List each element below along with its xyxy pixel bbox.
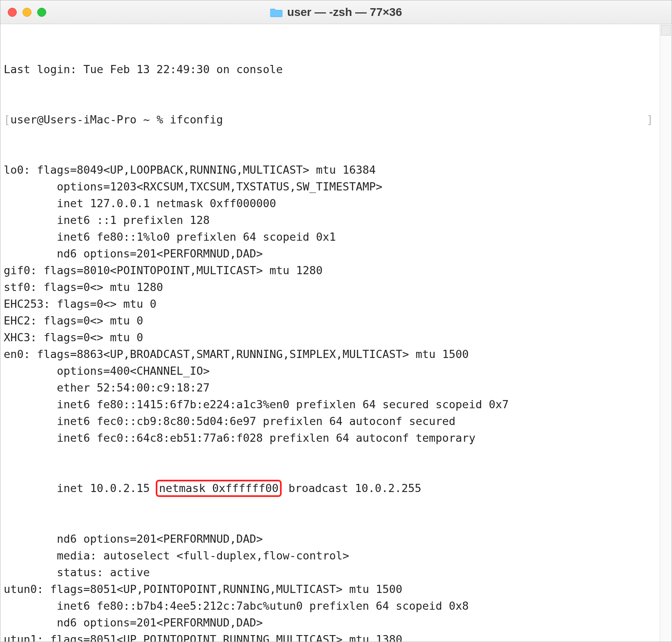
output-line: EHC2: flags=0<> mtu 0 <box>4 312 656 329</box>
output-line: gif0: flags=8010<POINTOPOINT,MULTICAST> … <box>4 262 656 279</box>
close-icon[interactable] <box>8 8 17 17</box>
output-line: nd6 options=201<PERFORMNUD,DAD> <box>4 245 656 262</box>
terminal-output[interactable]: Last login: Tue Feb 13 22:49:30 on conso… <box>0 24 660 642</box>
output-line: stf0: flags=0<> mtu 1280 <box>4 279 656 295</box>
output-line: utun0: flags=8051<UP,POINTOPOINT,RUNNING… <box>4 581 656 597</box>
output-line: utun1: flags=8051<UP,POINTOPOINT,RUNNING… <box>4 631 656 642</box>
netmask-highlight: netmask 0xffffff00 <box>156 480 282 497</box>
output-line: inet6 fe80::1415:6f7b:e224:a1c3%en0 pref… <box>4 396 656 413</box>
en0-inet-suffix: broadcast 10.0.2.255 <box>282 482 421 494</box>
output-line: ether 52:54:00:c9:18:27 <box>4 379 656 396</box>
folder-icon <box>270 7 282 17</box>
titlebar[interactable]: user — -zsh — 77×36 <box>0 0 672 24</box>
zoom-icon[interactable] <box>37 8 46 17</box>
terminal-window: user — -zsh — 77×36 Last login: Tue Feb … <box>0 0 672 642</box>
output-line: en0: flags=8863<UP,BROADCAST,SMART,RUNNI… <box>4 346 656 362</box>
output-line: inet6 fec0::64c8:eb51:77a6:f028 prefixle… <box>4 429 656 446</box>
minimize-icon[interactable] <box>22 8 31 17</box>
output-line: media: autoselect <full-duplex,flow-cont… <box>4 547 656 564</box>
output-line: XHC3: flags=0<> mtu 0 <box>4 329 656 346</box>
output-line: options=1203<RXCSUM,TXCSUM,TXSTATUS,SW_T… <box>4 178 656 195</box>
prompt-text: user@Users-iMac-Pro ~ % <box>10 113 170 126</box>
output-line: inet6 fec0::cb9:8c80:5d04:6e97 prefixlen… <box>4 413 656 429</box>
en0-inet-prefix: inet 10.0.2.15 <box>4 482 157 494</box>
output-line: inet6 fe80::b7b4:4ee5:212c:7abc%utun0 pr… <box>4 597 656 614</box>
en0-inet-line: inet 10.0.2.15 netmask 0xffffff00 broadc… <box>4 480 656 497</box>
output-line: inet6 ::1 prefixlen 128 <box>4 212 656 228</box>
output-line: nd6 options=201<PERFORMNUD,DAD> <box>4 614 656 631</box>
command-text: ifconfig <box>170 113 223 126</box>
title-group: user — -zsh — 77×36 <box>0 6 672 19</box>
prompt-line-1: [user@Users-iMac-Pro ~ % ifconfig] <box>4 111 656 128</box>
output-line: lo0: flags=8049<UP,LOOPBACK,RUNNING,MULT… <box>4 161 656 178</box>
output-line: EHC253: flags=0<> mtu 0 <box>4 295 656 312</box>
output-line: inet 127.0.0.1 netmask 0xff000000 <box>4 195 656 212</box>
body: Last login: Tue Feb 13 22:49:30 on conso… <box>0 24 672 642</box>
output-line: options=400<CHANNEL_IO> <box>4 362 656 379</box>
scroll-thumb[interactable] <box>661 25 671 36</box>
window-title: user — -zsh — 77×36 <box>287 6 402 19</box>
last-login-line: Last login: Tue Feb 13 22:49:30 on conso… <box>4 61 656 78</box>
output-line: nd6 options=201<PERFORMNUD,DAD> <box>4 530 656 547</box>
window-controls <box>8 8 46 17</box>
output-line: inet6 fe80::1%lo0 prefixlen 64 scopeid 0… <box>4 228 656 245</box>
scrollbar[interactable] <box>660 24 672 642</box>
output-line: status: active <box>4 564 656 581</box>
